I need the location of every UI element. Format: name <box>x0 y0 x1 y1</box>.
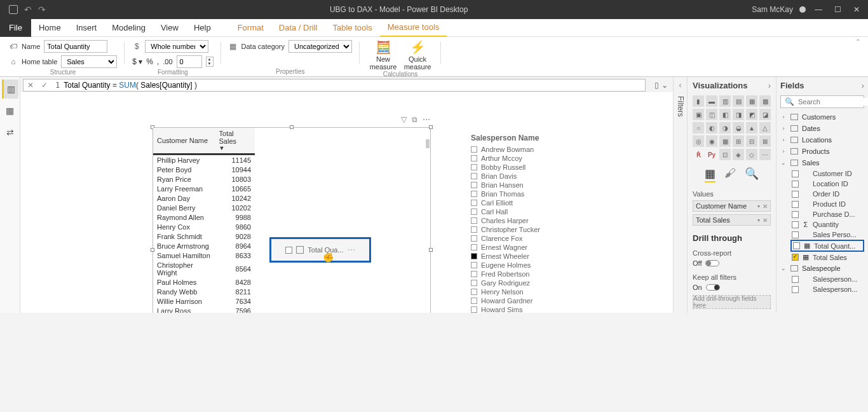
field-item[interactable]: Purchase D... <box>780 210 864 219</box>
field-checkbox[interactable] <box>792 170 799 177</box>
checkbox-icon[interactable] <box>471 235 477 242</box>
table-node[interactable]: ›Customers <box>780 112 864 122</box>
well-total-sales[interactable]: Total Sales▾✕ <box>693 214 771 226</box>
decimal-places-input[interactable] <box>177 55 202 68</box>
user-avatar[interactable] <box>799 6 806 13</box>
well-customer-name[interactable]: Customer Name▾✕ <box>693 200 771 212</box>
redo-icon[interactable]: ↷ <box>38 4 46 15</box>
viz-type-icon[interactable]: ▤ <box>733 95 744 107</box>
tab-view[interactable]: View <box>153 19 186 37</box>
quick-measure-button[interactable]: ⚡ Quick measure <box>402 39 433 71</box>
canvas-scrollbar[interactable] <box>667 92 672 313</box>
checkbox-icon[interactable] <box>471 217 477 224</box>
scrollbar-thumb[interactable] <box>426 139 430 148</box>
table-node[interactable]: ›Products <box>780 146 864 156</box>
undo-icon[interactable]: ↶ <box>24 4 32 15</box>
viz-type-icon[interactable]: ◇ <box>746 149 757 160</box>
filters-expand-icon[interactable]: ‹ <box>679 81 682 90</box>
field-item[interactable]: Salesperson... <box>780 285 864 294</box>
checkbox-icon[interactable] <box>471 298 477 304</box>
viz-type-icon[interactable]: ◉ <box>706 135 717 147</box>
table-row[interactable]: Peter Boyd10944 <box>153 165 255 174</box>
checkbox-icon[interactable] <box>471 253 477 259</box>
viz-type-icon[interactable]: ▥ <box>719 95 731 107</box>
slicer-item[interactable]: Arthur Mccoy <box>471 154 585 163</box>
table-row[interactable]: Samuel Hamilton8633 <box>153 251 255 260</box>
field-item[interactable]: Salesperson... <box>780 275 864 284</box>
username-label[interactable]: Sam McKay <box>752 5 793 14</box>
field-item[interactable]: ΣQuantity <box>780 220 864 229</box>
tab-format[interactable]: Format <box>230 19 271 37</box>
field-checkbox[interactable] <box>792 276 799 283</box>
chevron-down-icon[interactable]: ▾ <box>757 217 760 223</box>
viz-type-icon[interactable]: ▮ <box>693 95 704 107</box>
table-row[interactable]: Larry Freeman10665 <box>153 184 255 193</box>
viz-type-icon[interactable]: ▲ <box>746 122 757 134</box>
slicer-item[interactable]: Brian Thomas <box>471 189 585 198</box>
save-icon[interactable] <box>9 5 18 14</box>
viz-type-icon[interactable]: ▦ <box>746 95 757 107</box>
table-row[interactable]: Aaron Day10242 <box>153 193 255 203</box>
slicer-item[interactable]: Henry Nelson <box>471 287 585 296</box>
viz-type-icon[interactable]: ◫ <box>706 109 717 120</box>
viz-type-icon[interactable]: ⊡ <box>719 149 731 160</box>
viz-type-icon[interactable]: ◒ <box>733 122 744 134</box>
new-measure-button[interactable]: 🧮 New measure <box>367 39 399 71</box>
table-row[interactable]: Ryan Price10803 <box>153 174 255 184</box>
field-checkbox[interactable] <box>793 242 800 249</box>
table-row[interactable]: Phillip Harvey11145 <box>153 154 255 165</box>
slicer-item[interactable]: Ernest Wagner <box>471 243 585 252</box>
viz-type-icon[interactable]: ⋯ <box>759 149 771 160</box>
checkbox-icon[interactable] <box>471 173 477 179</box>
measure-name-input[interactable] <box>44 40 107 53</box>
slicer-item[interactable]: Brian Davis <box>471 172 585 181</box>
slicer-visual[interactable]: Salesperson Name Andrew BowmanArthur Mcc… <box>471 134 585 313</box>
format-select[interactable]: Whole number <box>145 40 208 53</box>
slicer-item[interactable]: Clarence Fox <box>471 234 585 243</box>
viz-type-icon[interactable]: ◩ <box>746 109 757 120</box>
field-item[interactable]: ▦Total Sales <box>780 252 864 262</box>
slicer-item[interactable]: Howard Sims <box>471 305 585 313</box>
percent-button[interactable]: % <box>146 57 153 66</box>
field-checkbox[interactable] <box>792 191 799 198</box>
field-item[interactable]: Order ID <box>780 189 864 198</box>
table-node[interactable]: ⌄Sales <box>780 158 864 168</box>
close-button[interactable]: ✕ <box>850 3 863 16</box>
maximize-button[interactable]: ☐ <box>831 3 844 16</box>
visual-more-icon[interactable]: ⋯ <box>423 115 430 124</box>
checkbox-icon[interactable] <box>471 289 477 295</box>
checkbox-icon[interactable] <box>471 226 477 233</box>
keep-filters-toggle[interactable] <box>706 284 720 291</box>
slicer-item[interactable]: Fred Robertson <box>471 270 585 278</box>
viz-type-icon[interactable]: ◑ <box>719 122 731 134</box>
field-checkbox[interactable] <box>792 254 799 261</box>
tab-data-drill[interactable]: Data / Drill <box>271 19 325 37</box>
table-row[interactable]: Bruce Armstrong8964 <box>153 241 255 251</box>
checkbox-icon[interactable] <box>471 164 477 170</box>
viz-type-icon[interactable]: ▦ <box>719 135 731 147</box>
checkbox-icon[interactable] <box>471 244 477 251</box>
chevron-down-icon[interactable]: ▾ <box>757 203 760 209</box>
viz-type-icon[interactable]: ⊟ <box>746 135 757 147</box>
tab-insert[interactable]: Insert <box>69 19 105 37</box>
table-row[interactable]: Christopher Wright8564 <box>153 260 255 277</box>
file-tab[interactable]: File <box>0 19 31 37</box>
filters-pane-collapsed[interactable]: ‹ Filters <box>673 77 687 313</box>
checkbox-icon[interactable] <box>471 262 477 268</box>
field-checkbox[interactable] <box>792 231 799 238</box>
table-node[interactable]: ›Dates <box>780 123 864 134</box>
formula-expand-button[interactable]: ▯ <box>654 81 659 90</box>
remove-field-icon[interactable]: ✕ <box>763 203 768 210</box>
checkbox-icon[interactable] <box>471 155 477 161</box>
field-checkbox[interactable] <box>792 286 799 293</box>
field-checkbox[interactable] <box>792 201 799 208</box>
field-checkbox[interactable] <box>792 181 799 188</box>
tab-modeling[interactable]: Modeling <box>104 19 153 37</box>
search-input[interactable] <box>798 98 868 106</box>
visual-filter-icon[interactable]: ▽ <box>401 115 407 124</box>
checkbox-icon[interactable] <box>471 280 477 286</box>
analytics-tab-icon[interactable]: 🔍 <box>745 167 759 182</box>
checkbox-icon[interactable] <box>471 146 477 153</box>
viz-type-icon[interactable]: ◪ <box>759 109 771 120</box>
slicer-item[interactable]: Christopher Tucker <box>471 225 585 234</box>
